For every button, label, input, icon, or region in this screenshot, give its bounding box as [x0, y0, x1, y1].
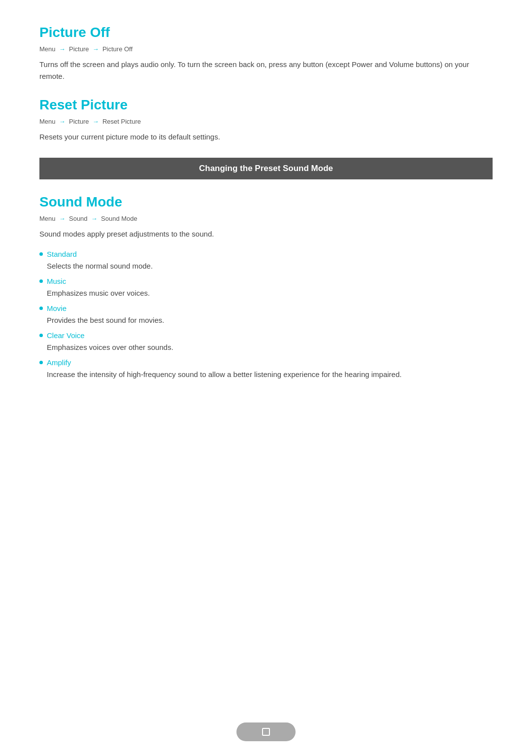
- section-sound-mode: Sound Mode Menu → Sound → Sound Mode Sou…: [39, 194, 493, 380]
- breadcrumb-picture2: Picture: [69, 118, 89, 125]
- bullet-label-standard: Standard: [39, 250, 493, 258]
- nav-bar: [236, 722, 296, 741]
- bullet-dot-music: [39, 279, 43, 283]
- breadcrumb-picture-off-link[interactable]: Picture Off: [102, 45, 133, 53]
- section-title-reset-picture: Reset Picture: [39, 97, 493, 113]
- sound-mode-intro: Sound modes apply preset adjustments to …: [39, 228, 493, 240]
- breadcrumb-menu3: Menu: [39, 215, 56, 222]
- breadcrumb-picture: Picture: [69, 45, 89, 53]
- breadcrumb-sound: Sound: [69, 215, 88, 222]
- breadcrumb-sound-mode-link[interactable]: Sound Mode: [101, 215, 137, 222]
- section-picture-off: Picture Off Menu → Picture → Picture Off…: [39, 25, 493, 82]
- list-item-clear-voice: Clear Voice Emphasizes voices over other…: [39, 331, 493, 353]
- list-item-music: Music Emphasizes music over voices.: [39, 277, 493, 299]
- home-square-icon: [262, 728, 270, 736]
- bullet-link-music[interactable]: Music: [47, 277, 66, 285]
- bullet-link-clear-voice[interactable]: Clear Voice: [47, 331, 85, 340]
- breadcrumb-menu2: Menu: [39, 118, 56, 125]
- breadcrumb-reset-picture-link[interactable]: Reset Picture: [102, 118, 141, 125]
- bullet-link-standard[interactable]: Standard: [47, 250, 77, 258]
- reset-picture-body: Resets your current picture mode to its …: [39, 131, 493, 143]
- bullet-label-clear-voice: Clear Voice: [39, 331, 493, 340]
- list-item-standard: Standard Selects the normal sound mode.: [39, 250, 493, 272]
- breadcrumb-sound-mode: Menu → Sound → Sound Mode: [39, 215, 493, 222]
- bullet-dot-amplify: [39, 361, 43, 364]
- bullet-dot-standard: [39, 252, 43, 256]
- section-title-sound-mode: Sound Mode: [39, 194, 493, 210]
- breadcrumb-menu: Menu: [39, 45, 56, 53]
- list-item-amplify: Amplify Increase the intensity of high-f…: [39, 358, 493, 380]
- section-title-picture-off: Picture Off: [39, 25, 493, 40]
- bullet-link-movie[interactable]: Movie: [47, 304, 66, 312]
- nav-pill[interactable]: [236, 722, 296, 741]
- list-item-movie: Movie Provides the best sound for movies…: [39, 304, 493, 326]
- bullet-desc-clear-voice: Emphasizes voices over other sounds.: [47, 342, 493, 353]
- bullet-desc-music: Emphasizes music over voices.: [47, 287, 493, 299]
- bullet-dot-movie: [39, 307, 43, 310]
- bullet-dot-clear-voice: [39, 334, 43, 337]
- breadcrumb-picture-off: Menu → Picture → Picture Off: [39, 45, 493, 53]
- bullet-label-music: Music: [39, 277, 493, 285]
- bullet-desc-amplify: Increase the intensity of high-frequency…: [47, 369, 493, 380]
- bullet-link-amplify[interactable]: Amplify: [47, 358, 71, 367]
- bullet-desc-standard: Selects the normal sound mode.: [47, 260, 493, 272]
- page-content: Picture Off Menu → Picture → Picture Off…: [0, 0, 532, 445]
- sound-mode-list: Standard Selects the normal sound mode. …: [39, 250, 493, 380]
- chapter-banner: Changing the Preset Sound Mode: [39, 158, 493, 179]
- bullet-desc-movie: Provides the best sound for movies.: [47, 314, 493, 326]
- bullet-label-movie: Movie: [39, 304, 493, 312]
- breadcrumb-reset-picture: Menu → Picture → Reset Picture: [39, 118, 493, 125]
- picture-off-body: Turns off the screen and plays audio onl…: [39, 59, 493, 82]
- bullet-label-amplify: Amplify: [39, 358, 493, 367]
- section-reset-picture: Reset Picture Menu → Picture → Reset Pic…: [39, 97, 493, 143]
